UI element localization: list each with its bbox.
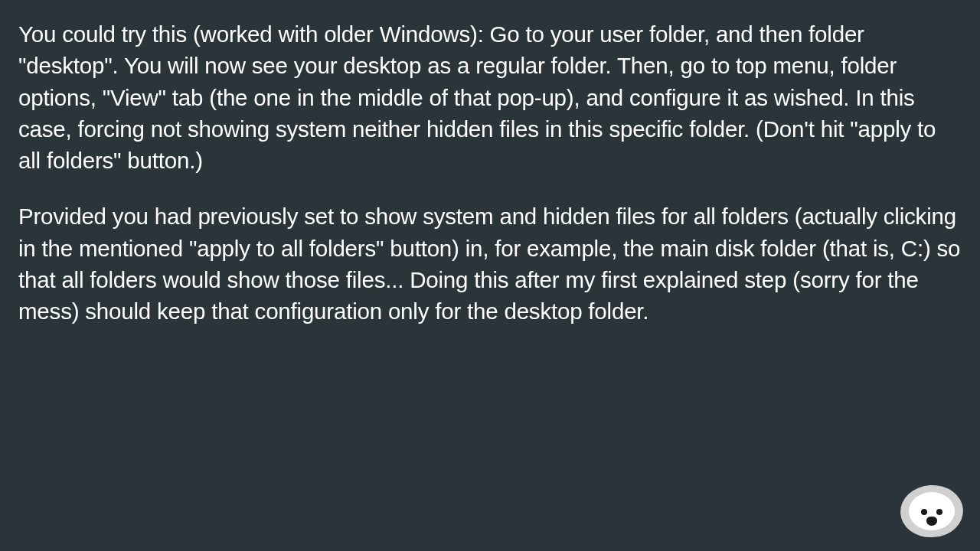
assistant-avatar[interactable] bbox=[900, 485, 963, 537]
paragraph-2: Provided you had previously set to show … bbox=[18, 201, 962, 327]
paragraph-1: You could try this (worked with older Wi… bbox=[18, 18, 962, 176]
seal-icon bbox=[899, 484, 964, 539]
content-body: You could try this (worked with older Wi… bbox=[18, 18, 962, 328]
